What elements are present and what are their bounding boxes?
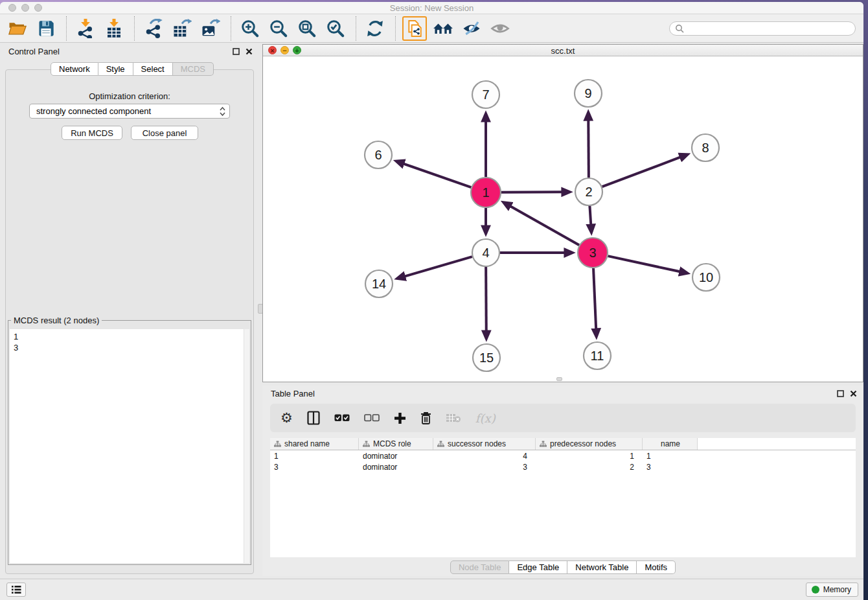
show-selected-icon (490, 19, 510, 38)
save-session-button[interactable] (34, 16, 58, 41)
column-header-MCDS-role[interactable]: MCDS role (359, 438, 433, 450)
table-cell[interactable]: 3 (433, 461, 536, 472)
criterion-dropdown[interactable]: strongly connected component (29, 104, 230, 119)
table-cell[interactable]: 3 (643, 461, 698, 472)
application-window: Session: New Session (0, 2, 863, 600)
network-canvas[interactable]: 7968124314101511 (263, 56, 863, 382)
graph-node-label: 15 (479, 351, 494, 365)
export-image-button[interactable] (198, 16, 223, 41)
graph-edge-2-3[interactable] (589, 206, 591, 225)
export-table-button[interactable] (170, 16, 194, 41)
table-cell[interactable]: 2 (536, 461, 643, 472)
show-all-networks-icon (433, 19, 453, 38)
table-header-row: shared nameMCDS rolesuccessor nodesprede… (270, 438, 856, 450)
column-header-name[interactable]: name (643, 438, 698, 450)
graph-edge-4-15[interactable] (486, 267, 486, 331)
graph-node-label: 14 (372, 277, 386, 291)
table-cell[interactable]: 4 (433, 450, 536, 461)
table-cell[interactable]: 1 (643, 450, 698, 461)
table-settings-button[interactable]: ⚙ (280, 411, 293, 424)
open-session-button[interactable] (5, 16, 30, 41)
delete-table-button[interactable] (446, 413, 461, 423)
graph-edge-4-14[interactable] (404, 257, 472, 276)
copy-current-view-button[interactable] (402, 16, 427, 41)
network-window-titlebar: × − + scc.txt (263, 45, 863, 56)
save-session-icon (37, 19, 55, 38)
result-scrollbar[interactable] (244, 329, 249, 563)
graph-node-label: 4 (482, 246, 489, 260)
tab-network[interactable]: Network (51, 62, 98, 76)
mcds-result-title: MCDS result (2 nodes) (11, 316, 102, 325)
zoom-selected-button[interactable] (323, 16, 348, 41)
run-mcds-button[interactable]: Run MCDS (62, 126, 122, 140)
column-tree-icon (437, 441, 444, 448)
close-panel-button[interactable]: Close panel (131, 126, 198, 140)
table-cell[interactable]: dominator (359, 461, 433, 472)
tab-style[interactable]: Style (98, 62, 133, 76)
graph-node-label: 9 (584, 86, 591, 100)
tab-node-table[interactable]: Node Table (450, 560, 510, 574)
show-selected-button[interactable] (488, 16, 512, 41)
window-title: Session: New Session (0, 3, 863, 13)
graph-edge-3-1[interactable] (510, 206, 579, 245)
graph-edge-3-10[interactable] (608, 256, 680, 271)
column-chooser-button[interactable] (307, 411, 320, 425)
apply-function-button[interactable]: f(x) (475, 411, 496, 425)
mcds-result-group: MCDS result (2 nodes) 1 3 (8, 320, 251, 565)
column-header-successor-nodes[interactable]: successor nodes (433, 438, 536, 450)
graph-edge-2-9[interactable] (588, 120, 589, 178)
show-all-networks-button[interactable] (431, 16, 455, 41)
tab-motifs[interactable]: Motifs (637, 560, 676, 574)
table-tabs: Node TableEdge TableNetwork TableMotifs (262, 560, 863, 574)
graph-edge-1-6[interactable] (404, 164, 472, 188)
mcds-result-text[interactable]: 1 3 (10, 329, 249, 563)
close-panel-icon[interactable] (246, 48, 253, 55)
memory-label: Memory (823, 585, 851, 594)
tab-edge-table[interactable]: Edge Table (509, 560, 567, 574)
tab-select[interactable]: Select (133, 62, 173, 76)
zoom-out-button[interactable] (266, 16, 291, 41)
column-header-predecessor-nodes[interactable]: predecessor nodes (536, 438, 643, 450)
export-network-button[interactable] (141, 16, 166, 41)
search-field[interactable] (669, 21, 856, 36)
deselect-all-columns-button[interactable] (364, 414, 380, 422)
column-header-shared-name[interactable]: shared name (270, 438, 359, 450)
graph-edge-1-2[interactable] (501, 192, 562, 192)
task-history-button[interactable] (6, 583, 26, 597)
graph-node-label: 6 (374, 148, 382, 162)
search-input[interactable] (687, 24, 850, 33)
table-cell[interactable]: 1 (536, 450, 643, 461)
table-cell[interactable]: dominator (359, 450, 433, 461)
refresh-button[interactable] (363, 16, 387, 41)
select-all-columns-button[interactable] (334, 414, 350, 422)
toolbar-separator (66, 16, 67, 41)
table-cell[interactable]: 1 (270, 450, 359, 461)
graph-edge-3-11[interactable] (593, 268, 596, 329)
float-panel-icon[interactable] (233, 48, 240, 55)
float-panel-icon[interactable] (837, 390, 844, 397)
zoom-in-button[interactable] (238, 16, 262, 41)
tab-mcds[interactable]: MCDS (173, 62, 214, 76)
add-column-button[interactable] (394, 412, 406, 424)
tab-network-table[interactable]: Network Table (567, 560, 637, 574)
hide-selected-button[interactable] (459, 16, 484, 41)
delete-column-button[interactable] (420, 411, 431, 424)
node-table: shared nameMCDS rolesuccessor nodesprede… (270, 438, 856, 557)
graph-node-label: 3 (589, 246, 596, 260)
zoom-fit-button[interactable] (295, 16, 319, 41)
close-panel-icon[interactable] (850, 390, 857, 397)
graph-node-label: 2 (585, 185, 592, 199)
copy-current-view-icon (406, 20, 423, 37)
open-session-icon (8, 19, 27, 38)
graph-edge-2-8[interactable] (602, 157, 681, 187)
toolbar-separator (356, 16, 356, 41)
canvas-splitter-handle[interactable] (556, 377, 562, 381)
import-table-button[interactable] (102, 16, 126, 41)
table-cell[interactable]: 3 (270, 461, 359, 472)
graph-node-label: 11 (591, 349, 604, 363)
graph-node-label: 7 (482, 87, 489, 102)
status-bar: Memory (0, 579, 863, 600)
import-network-button[interactable] (73, 16, 98, 41)
memory-button[interactable]: Memory (806, 583, 858, 597)
apply-function-icon: f(x) (475, 411, 496, 425)
